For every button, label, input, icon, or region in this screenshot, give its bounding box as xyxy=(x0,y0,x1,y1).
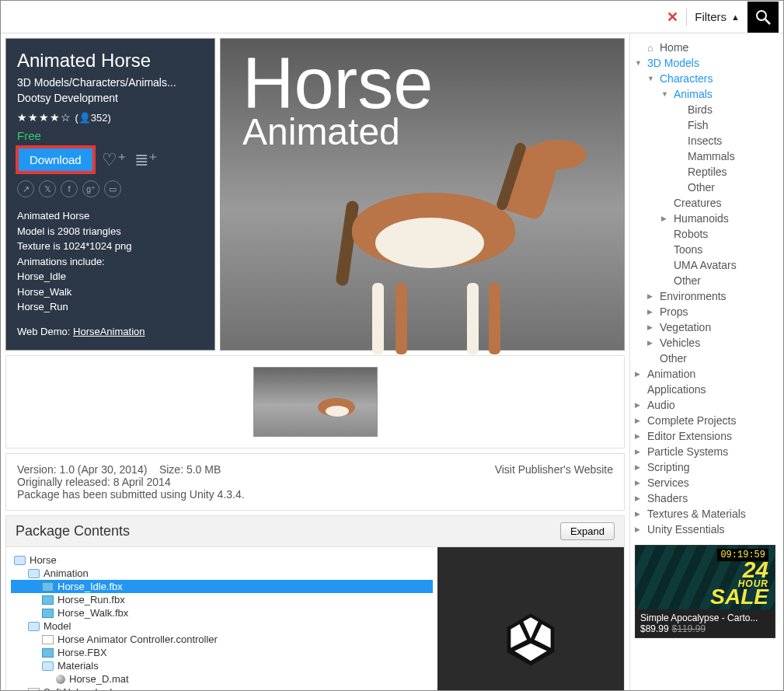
chat-icon[interactable]: ▭ xyxy=(104,180,121,197)
cube-icon xyxy=(42,648,54,658)
folder-open-icon xyxy=(42,661,54,671)
cube-icon xyxy=(42,582,54,592)
chevron-icon: ▶ xyxy=(635,479,643,487)
category-sidebar: ⌂Home▼3D Models▼Characters▼AnimalsBirdsF… xyxy=(629,33,783,690)
package-title: Package Contents xyxy=(16,523,130,539)
released-label: Originally released: 8 April 2014 xyxy=(17,476,245,488)
file-icon xyxy=(28,688,40,691)
tree-item[interactable]: SoftAlpha.shader xyxy=(11,686,433,690)
tree-item[interactable]: Model xyxy=(11,619,433,633)
chevron-icon: ▶ xyxy=(647,308,655,316)
sidebar-item[interactable]: Creatures xyxy=(630,195,780,211)
sidebar-item[interactable]: ▶Complete Projects xyxy=(630,413,780,428)
filters-label: Filters xyxy=(695,10,727,23)
sidebar-item[interactable]: ⌂Home xyxy=(630,40,780,55)
promo-price: $89.99 xyxy=(640,623,669,634)
tree-item[interactable]: Animation xyxy=(11,567,433,580)
search-button[interactable] xyxy=(747,2,779,33)
unity-logo-icon xyxy=(500,609,562,671)
sidebar-item[interactable]: Other xyxy=(630,273,780,288)
sidebar-item[interactable]: ▶Shaders xyxy=(630,490,780,506)
preview-title-1: Horse xyxy=(242,53,433,113)
folder-open-icon xyxy=(28,569,40,578)
chevron-icon: ▶ xyxy=(635,510,643,518)
google-plus-icon[interactable]: g⁺ xyxy=(82,180,99,197)
chevron-icon: ▶ xyxy=(661,215,669,222)
chevron-icon: ▶ xyxy=(647,323,655,331)
sidebar-item[interactable]: Toons xyxy=(630,242,780,257)
wishlist-icon[interactable]: ♡⁺ xyxy=(102,150,127,170)
twitter-icon[interactable]: 𝕏 xyxy=(39,180,56,197)
sidebar-item[interactable]: Reptiles xyxy=(630,164,780,180)
chevron-icon: ▶ xyxy=(635,432,643,440)
tree-item[interactable]: Horse_Walk.fbx xyxy=(11,606,433,619)
sidebar-item[interactable]: Other xyxy=(630,351,780,366)
rating-count: (👤352) xyxy=(75,112,110,124)
breadcrumb[interactable]: 3D Models/Characters/Animals... xyxy=(17,76,204,89)
filters-button[interactable]: Filters ▲ xyxy=(695,10,740,23)
svg-line-1 xyxy=(765,19,770,24)
chevron-icon: ▶ xyxy=(635,494,643,502)
chevron-icon: ▶ xyxy=(635,401,643,409)
divider xyxy=(686,9,687,26)
search-icon xyxy=(755,9,771,25)
add-list-icon[interactable]: ≣⁺ xyxy=(134,150,158,170)
asset-meta: Version: 1.0 (Apr 30, 2014) Size: 5.0 MB… xyxy=(5,453,625,511)
sidebar-item[interactable]: Birds xyxy=(630,102,780,117)
download-button[interactable]: Download xyxy=(17,147,94,173)
version-label: Version: 1.0 (Apr 30, 2014) xyxy=(17,463,147,476)
asset-title: Animated Horse xyxy=(17,50,204,72)
sidebar-item[interactable]: Applications xyxy=(630,382,780,397)
facebook-icon[interactable]: f xyxy=(61,180,78,197)
author-link[interactable]: Dootsy Development xyxy=(17,92,204,104)
sidebar-item[interactable]: Insects xyxy=(630,133,780,148)
tree-item[interactable]: Materials xyxy=(11,659,433,672)
sidebar-item[interactable]: ▶Textures & Materials xyxy=(630,506,780,522)
sidebar-item[interactable]: Other xyxy=(630,180,780,195)
sidebar-item[interactable]: Fish xyxy=(630,117,780,133)
sidebar-item[interactable]: ▶Animation xyxy=(630,366,780,382)
sidebar-item[interactable]: ▶Scripting xyxy=(630,459,780,475)
demo-link[interactable]: HorseAnimation xyxy=(73,326,145,337)
expand-button[interactable]: Expand xyxy=(560,522,615,540)
price-label: Free xyxy=(17,129,204,142)
share-icon[interactable]: ↗ xyxy=(17,180,34,197)
sidebar-item[interactable]: Mammals xyxy=(630,148,780,164)
file-tree: HorseAnimationHorse_Idle.fbxHorse_Run.fb… xyxy=(6,547,437,690)
web-demo: Web Demo: HorseAnimation xyxy=(17,324,204,340)
rating: ★★★★☆ (👤352) xyxy=(17,110,204,124)
promo-banner[interactable]: 09:19:59 24 HOUR SALE Simple Apocalypse … xyxy=(635,545,775,638)
promo-old-price: $119.99 xyxy=(672,623,706,634)
sidebar-item[interactable]: ▼Characters xyxy=(630,71,780,86)
sidebar-item[interactable]: ▶Services xyxy=(630,475,780,490)
sidebar-item[interactable]: ▶Environments xyxy=(630,288,780,304)
file-preview xyxy=(437,547,624,690)
sidebar-item[interactable]: ▶Humanoids xyxy=(630,211,780,226)
publisher-website-link[interactable]: Visit Publisher's Website xyxy=(495,463,613,501)
tree-item[interactable]: Horse.FBX xyxy=(11,646,433,659)
chevron-icon: ▶ xyxy=(635,463,643,471)
sidebar-item[interactable]: ▶Vehicles xyxy=(630,335,780,351)
sidebar-item[interactable]: ▶Particle Systems xyxy=(630,444,780,459)
sidebar-item[interactable]: UMA Avatars xyxy=(630,257,780,273)
sidebar-item[interactable]: ▶Audio xyxy=(630,397,780,413)
sidebar-item[interactable]: ▼Animals xyxy=(630,86,780,102)
close-icon[interactable]: ✕ xyxy=(667,9,678,26)
sidebar-item[interactable]: ▶Props xyxy=(630,304,780,319)
tree-item[interactable]: Horse_Run.fbx xyxy=(11,593,433,606)
sidebar-item[interactable]: ▶Editor Extensions xyxy=(630,428,780,444)
tree-item[interactable]: Horse_Idle.fbx xyxy=(11,580,433,593)
cube-icon xyxy=(42,595,54,605)
horse-illustration xyxy=(344,177,577,302)
tree-item[interactable]: Horse xyxy=(11,553,433,567)
tree-item[interactable]: Horse_D.mat xyxy=(11,672,433,686)
star-icons: ★★★★☆ xyxy=(17,111,71,124)
file-icon xyxy=(42,635,54,644)
sidebar-item[interactable]: ▼3D Models xyxy=(630,55,780,71)
tree-item[interactable]: Horse Animator Controller.controller xyxy=(11,633,433,646)
chevron-icon: ▶ xyxy=(635,417,643,424)
sidebar-item[interactable]: ▶Unity Essentials xyxy=(630,522,780,537)
thumbnail[interactable] xyxy=(253,367,378,437)
sidebar-item[interactable]: Robots xyxy=(630,226,780,242)
sidebar-item[interactable]: ▶Vegetation xyxy=(630,319,780,335)
